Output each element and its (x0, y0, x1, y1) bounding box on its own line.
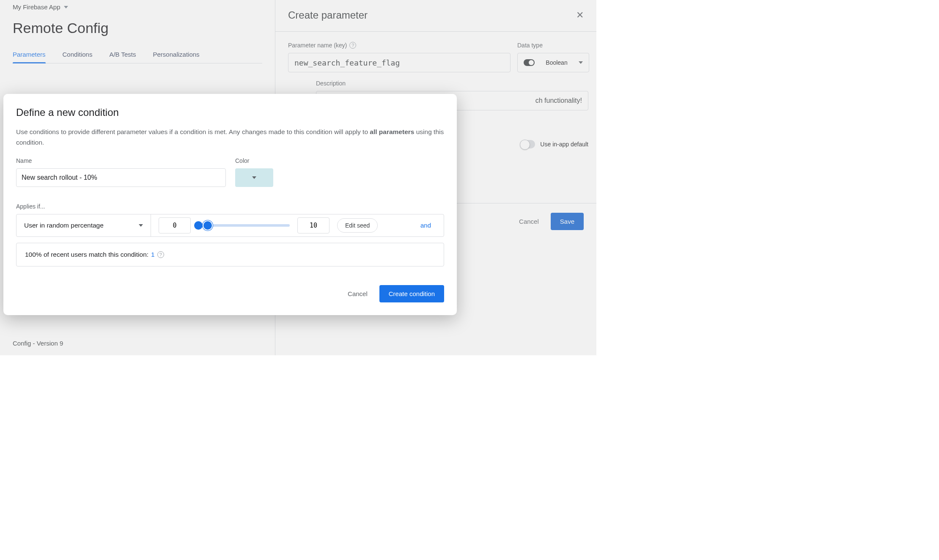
match-count: 1 (151, 251, 155, 258)
slider-thumb-from[interactable] (194, 221, 203, 230)
range-to-input[interactable] (297, 217, 329, 233)
percentage-slider[interactable] (198, 224, 290, 227)
color-label: Color (235, 157, 273, 164)
applies-if-label: Applies if... (16, 203, 444, 210)
name-label: Name (16, 157, 226, 164)
slider-thumb-to[interactable] (203, 220, 213, 231)
help-icon[interactable]: ? (157, 251, 164, 258)
define-condition-modal: Define a new condition Use conditions to… (3, 94, 457, 315)
rule-type-select[interactable]: User in random percentage (24, 214, 151, 236)
caret-down-icon (139, 224, 143, 227)
modal-footer: Cancel Create condition (16, 285, 444, 302)
modal-title: Define a new condition (16, 107, 444, 118)
add-and-link[interactable]: and (420, 222, 431, 229)
caret-down-icon (252, 176, 256, 179)
modal-description: Use conditions to provide different para… (16, 127, 444, 148)
match-summary: 100% of recent users match this conditio… (16, 243, 444, 266)
condition-name-input[interactable] (16, 168, 226, 187)
rule-row: User in random percentage Edit seed and (16, 214, 444, 237)
cancel-button[interactable]: Cancel (348, 290, 368, 297)
range-from-input[interactable] (159, 217, 191, 233)
color-picker[interactable] (235, 168, 273, 187)
edit-seed-button[interactable]: Edit seed (337, 218, 378, 233)
create-condition-button[interactable]: Create condition (379, 285, 444, 302)
